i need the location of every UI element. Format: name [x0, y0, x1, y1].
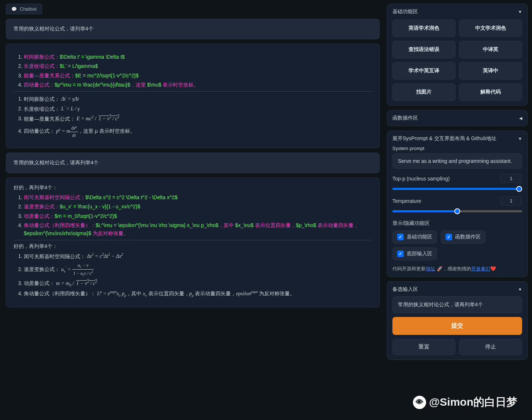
function-button-grid: 英语学术润色 中文学术润色 查找语法错误 中译英 学术中英互译 英译中 找图片 … [392, 19, 522, 101]
devs-link[interactable]: 开发者们 [471, 266, 490, 271]
list-item: 速度变换公式：$u_x' = \frac{u_x - v}{1 - u_xv/c… [24, 202, 372, 211]
submit-button[interactable]: 提交 [392, 317, 522, 335]
section-title: 函数插件区 [392, 115, 418, 121]
plugins-section-header[interactable]: 函数插件区 ◀ [392, 115, 522, 121]
formulas-raw-list: 闵可夫斯基时空间隔公式：$\Delta s^2 = c^2 \Delta t^2… [14, 193, 372, 238]
visibility-checkboxes-row2: ✓底部输入区 [392, 247, 522, 260]
temp-value[interactable]: 1 [500, 196, 522, 205]
divider [14, 91, 372, 92]
chevron-down-icon: ▼ [518, 136, 522, 141]
system-prompt-label: System prompt [392, 146, 522, 151]
formulas-rendered-list: 闵可夫斯基时空间隔公式： Δs2 = c2Δt2 − Δx2 速度变换公式： u… [14, 252, 372, 299]
temp-slider[interactable] [392, 210, 522, 212]
reset-button[interactable]: 重置 [392, 339, 455, 355]
alt-input-header[interactable]: 备选输入区 ▼ [392, 286, 522, 293]
section-title: 基础功能区 [392, 8, 418, 15]
list-item: 闵可夫斯基时空间隔公式：$\Delta s^2 = c^2 \Delta t^2… [24, 193, 372, 201]
rocket-icon: 🚀 [437, 266, 443, 271]
sidebar: 基础功能区 ▼ 英语学术润色 中文学术润色 查找语法错误 中译英 学术中英互译 … [385, 0, 532, 420]
chevron-down-icon: ▼ [518, 10, 522, 14]
topp-label: Top-p (nucleus sampling) [392, 176, 450, 182]
chevron-down-icon: ▼ [518, 287, 522, 292]
bottom-button-row: 重置 停止 [392, 339, 522, 355]
chevron-left-icon: ◀ [519, 116, 522, 121]
list-item: 能量—质量关系公式： E = mc2 / 1 − v2 / c2 [24, 114, 372, 123]
list-item: 动质量公式： m = m0 / 1 − v2 / c2 [24, 279, 372, 288]
fn-btn-academic-translate[interactable]: 学术中英互译 [392, 62, 455, 80]
list-item: 闵可夫斯基时空间隔公式： Δs2 = c2Δt2 − Δx2 [24, 252, 372, 261]
footnote: 代码开源和更新地址 🚀，感谢热情的开发者们❤️ [392, 266, 522, 272]
checkbox-icon: ✓ [397, 251, 404, 257]
topp-value[interactable]: 1 [500, 174, 522, 183]
checkbox-icon: ✓ [397, 234, 404, 240]
formulas-rendered-list: 时间膨胀公式： Δt' = γΔt 长度收缩公式： L' = L / γ 能量—… [14, 95, 372, 139]
tab-label: Chatbot [20, 6, 37, 12]
fn-btn-en2zh[interactable]: 英译中 [459, 62, 522, 80]
chk-basic[interactable]: ✓基础功能区 [392, 230, 437, 244]
divider [14, 240, 372, 240]
list-item: 四动量公式： pμ = mdxμdτ，这里 μ 表示时空坐标。 [24, 124, 372, 139]
fn-btn-english-polish[interactable]: 英语学术润色 [392, 19, 455, 37]
checkbox-icon: ✓ [446, 234, 452, 240]
visibility-checkboxes: ✓基础功能区 ✓函数插件区 [392, 230, 522, 244]
list-item: 四动量公式：$p^\mu = m \frac{dx^\mu}{d\tau}$，这… [24, 81, 372, 89]
visibility-title: 显示/隐藏功能区 [392, 220, 522, 227]
section-title: 备选输入区 [392, 286, 418, 293]
bot-intro: 好的，再列举4个： [14, 185, 372, 191]
basic-section-header[interactable]: 基础功能区 ▼ [392, 8, 522, 15]
list-item: 动质量公式：$m = m_0/\sqrt{1-v^2/c^2}$ [24, 212, 372, 220]
advanced-section-header[interactable]: 展开SysPrompt & 交互界面布局 & Github地址 ▼ [392, 135, 522, 142]
plugins-section: 函数插件区 ◀ [387, 110, 528, 126]
bot-message: 好的，再列举4个： 闵可夫斯基时空间隔公式：$\Delta s^2 = c^2 … [6, 178, 380, 308]
chatbot-tab[interactable]: 💬 Chatbot [6, 4, 42, 14]
bot-message: 时间膨胀公式：$\Delta t' = \gamma \Delta t$ 长度收… [6, 44, 380, 148]
formulas-raw-list: 时间膨胀公式：$\Delta t' = \gamma \Delta t$ 长度收… [14, 53, 372, 89]
fn-btn-zh2en[interactable]: 中译英 [459, 41, 522, 58]
list-item: 能量—质量关系公式：$E = mc^2/\sqrt{1-v^2/c^2}$ [24, 72, 372, 80]
chk-bottom-input[interactable]: ✓底部输入区 [392, 247, 437, 260]
repo-link[interactable]: 地址 [426, 266, 435, 271]
fn-btn-chinese-polish[interactable]: 中文学术润色 [459, 19, 522, 37]
basic-functions-section: 基础功能区 ▼ 英语学术润色 中文学术润色 查找语法错误 中译英 学术中英互译 … [387, 4, 528, 106]
list-item: 角动量公式（利用四维矢量）：$L^\mu = \epsilon^{\mu \nu… [24, 221, 372, 238]
heart-icon: ❤️ [490, 266, 496, 271]
alt-input-section: 备选输入区 ▼ 提交 重置 停止 [387, 281, 528, 360]
user-message: 常用的狭义相对论公式，请再列举4个 [6, 153, 380, 173]
user-msg-text: 常用的狭义相对论公式，请列举4个 [14, 26, 93, 32]
chat-panel: 💬 Chatbot 常用的狭义相对论公式，请列举4个 时间膨胀公式：$\Delt… [0, 0, 385, 420]
list-item: 时间膨胀公式： Δt' = γΔt [24, 95, 372, 103]
bot-intro: 好的，再列举4个： [14, 243, 372, 250]
fn-btn-explain-code[interactable]: 解释代码 [459, 83, 522, 101]
chk-plugins[interactable]: ✓函数插件区 [441, 230, 485, 244]
chat-icon: 💬 [11, 7, 17, 12]
section-title: 展开SysPrompt & 交互界面布局 & Github地址 [392, 135, 496, 142]
topp-slider[interactable] [392, 188, 522, 190]
list-item: 时间膨胀公式：$\Delta t' = \gamma \Delta t$ [24, 53, 372, 61]
list-item: 速度变换公式： ux' = ux − v1 − uxv / c2 [24, 262, 372, 278]
fn-btn-find-image[interactable]: 找图片 [392, 83, 455, 101]
list-item: 长度收缩公式： L' = L / γ [24, 105, 372, 113]
user-msg-text: 常用的狭义相对论公式，请再列举4个 [14, 160, 99, 165]
list-item: 长度收缩公式：$L' = L/\gamma$ [24, 62, 372, 70]
advanced-section: 展开SysPrompt & 交互界面布局 & Github地址 ▼ System… [387, 131, 528, 277]
system-prompt-input[interactable] [392, 153, 522, 169]
list-item: 角动量公式（利用四维矢量）： Lμ = εμνρσxν pρ，其中 xν 表示位… [24, 289, 372, 298]
alt-input-field[interactable] [392, 296, 522, 313]
stop-button[interactable]: 停止 [459, 339, 522, 355]
fn-btn-grammar-check[interactable]: 查找语法错误 [392, 41, 455, 58]
user-message: 常用的狭义相对论公式，请列举4个 [6, 19, 380, 39]
temp-label: Temperature [392, 198, 421, 204]
